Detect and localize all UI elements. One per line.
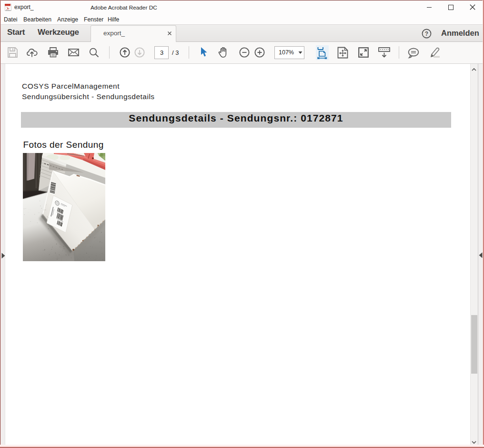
svg-text:?: ? bbox=[425, 31, 428, 37]
